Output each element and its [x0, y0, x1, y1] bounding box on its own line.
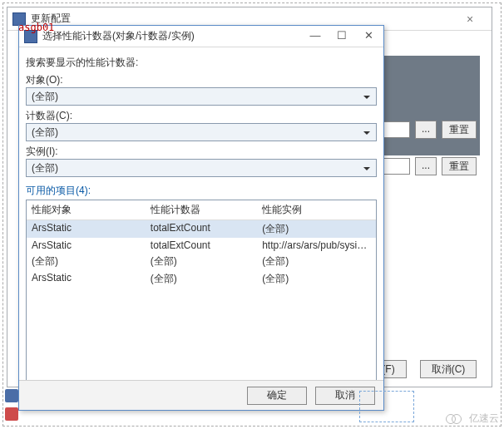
- parent-browse-button-2[interactable]: ...: [415, 157, 437, 175]
- perf-counter-dialog: 选择性能计数器(对象/计数器/实例) — ☐ ✕ 搜索要显示的性能计数器: 对象…: [18, 25, 384, 411]
- parent-reset-button-1[interactable]: 重置: [442, 121, 477, 139]
- counter-label: 计数器(C):: [26, 109, 377, 123]
- parent-cancel-button[interactable]: 取消(C): [420, 360, 477, 378]
- list-header[interactable]: 性能对象 性能计数器 性能实例: [27, 200, 376, 220]
- watermark: 亿速云: [446, 412, 499, 426]
- available-items-label: 可用的项目(4):: [26, 184, 377, 198]
- close-button[interactable]: ✕: [355, 28, 382, 45]
- cloud-icon: [446, 413, 466, 425]
- instance-combobox-value: (全部): [32, 161, 58, 175]
- counter-combobox[interactable]: (全部): [26, 123, 377, 141]
- header-object[interactable]: 性能对象: [27, 200, 146, 219]
- cell: ArsStatic: [27, 220, 146, 238]
- object-combobox-value: (全部): [32, 90, 58, 104]
- table-row[interactable]: (全部)(全部)(全部): [27, 253, 376, 270]
- object-label: 对象(O):: [26, 73, 377, 87]
- parent-close-button[interactable]: ×: [453, 12, 487, 26]
- cell: totalExtCount: [146, 238, 257, 253]
- cell: totalExtCount: [146, 220, 257, 238]
- chevron-down-icon: [361, 91, 373, 103]
- footer-hostname: asgb01: [18, 22, 54, 33]
- available-items-list[interactable]: 性能对象 性能计数器 性能实例 ArsStatictotalExtCount(全…: [26, 200, 377, 380]
- cell: http://ars/ars/pub/sysinfo.jsp: [257, 238, 376, 253]
- minimize-button[interactable]: —: [302, 28, 329, 45]
- chevron-down-icon: [361, 127, 373, 139]
- header-instance[interactable]: 性能实例: [257, 200, 376, 219]
- instance-label: 实例(I):: [26, 145, 377, 159]
- dashed-placeholder: [359, 391, 414, 422]
- parent-reset-button-2[interactable]: 重置: [442, 157, 477, 175]
- cell: (全部): [257, 270, 376, 288]
- object-combobox[interactable]: (全部): [26, 87, 377, 106]
- counter-combobox-value: (全部): [32, 126, 58, 140]
- search-label: 搜索要显示的性能计数器:: [26, 56, 377, 70]
- table-row[interactable]: ArsStatictotalExtCount(全部): [27, 220, 376, 238]
- cell: (全部): [257, 253, 376, 270]
- cell: (全部): [146, 253, 257, 270]
- table-row[interactable]: ArsStatic(全部)(全部): [27, 270, 376, 288]
- cell: (全部): [146, 270, 257, 288]
- header-counter[interactable]: 性能计数器: [146, 200, 257, 219]
- dialog-title: 选择性能计数器(对象/计数器/实例): [42, 29, 302, 43]
- dialog-titlebar[interactable]: 选择性能计数器(对象/计数器/实例) — ☐ ✕: [19, 26, 383, 47]
- instance-combobox[interactable]: (全部): [26, 159, 377, 177]
- cell: ArsStatic: [27, 270, 146, 288]
- parent-browse-button-1[interactable]: ...: [415, 121, 437, 139]
- maximize-button[interactable]: ☐: [329, 28, 355, 45]
- table-row[interactable]: ArsStatictotalExtCounthttp://ars/ars/pub…: [27, 238, 376, 253]
- cell: (全部): [257, 220, 376, 238]
- chevron-down-icon: [361, 163, 373, 175]
- cell: (全部): [27, 253, 146, 270]
- cell: ArsStatic: [27, 238, 146, 253]
